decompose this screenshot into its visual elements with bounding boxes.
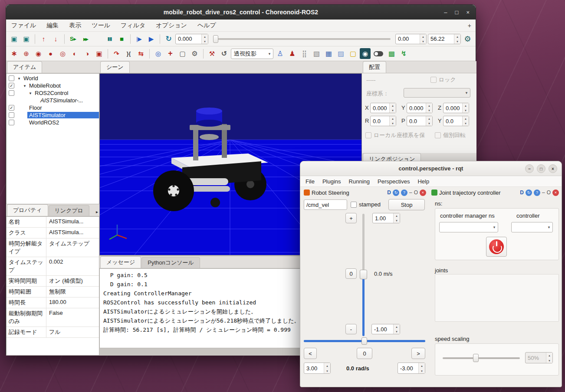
speed-scaling-spinbox[interactable]: 50% ▴▾ — [525, 352, 553, 363]
rqt-titlebar[interactable]: control.perspective - rqt – □ × — [300, 161, 562, 176]
tab-placement[interactable]: 配置 — [363, 61, 386, 73]
time-slider[interactable] — [213, 34, 391, 44]
x-position-spinbox[interactable]: 0.000 ▴▾ — [370, 103, 396, 113]
actual-pose-icon[interactable]: ● — [45, 48, 56, 59]
spin-up-icon[interactable]: ▴ — [454, 34, 460, 39]
menu-running[interactable]: Running — [349, 178, 370, 185]
camera-pan-icon[interactable]: + — [165, 48, 176, 59]
menu-tools[interactable]: ツール — [92, 22, 110, 29]
reload-icon[interactable]: ↻ — [393, 189, 399, 196]
roll-spinbox[interactable]: 0.0 ▴▾ — [370, 116, 396, 126]
spin-up-icon[interactable]: ▴ — [394, 324, 400, 329]
start-simulation-icon[interactable]: S▸ — [68, 33, 79, 44]
time-slider-handle[interactable] — [213, 35, 218, 43]
expander-icon[interactable]: ▾ — [16, 76, 22, 81]
individual-rotation-checkbox[interactable]: 個別回転 — [435, 131, 466, 139]
ik-mode-icon[interactable]: ⇆ — [135, 48, 146, 59]
menu-file[interactable]: ファイル — [11, 22, 36, 29]
spin-up-icon[interactable]: ▴ — [426, 103, 432, 108]
stop-button[interactable]: Stop — [388, 199, 425, 210]
expander-icon[interactable]: ▾ — [22, 84, 27, 88]
play-playback-icon[interactable]: ▶ — [146, 33, 157, 44]
joints-list[interactable] — [435, 274, 559, 322]
stop-simulation-icon[interactable]: ■ — [116, 33, 127, 44]
speed-slider-handle[interactable] — [473, 354, 479, 362]
time-config-icon[interactable]: ⚙ — [462, 33, 473, 44]
light-blue-cube-icon[interactable]: ▨ — [335, 48, 346, 59]
angular-zero-button[interactable]: 0 — [357, 348, 372, 359]
angular-slider-handle[interactable] — [361, 337, 367, 345]
local-coordinates-checkbox[interactable]: ローカル座標系を保 — [365, 131, 425, 139]
property-row[interactable]: 能動制御期間のみFalse — [7, 308, 99, 327]
y-position-spinbox[interactable]: 0.000 ▴▾ — [407, 103, 433, 113]
pause-simulation-icon[interactable] — [92, 33, 103, 44]
yellow-cube-icon[interactable]: ▢ — [348, 48, 358, 59]
pause-simulation-icon[interactable]: ▮▮ — [104, 33, 115, 44]
angular-max-spinbox[interactable]: 3.00 ▴▾ — [304, 363, 331, 374]
item-checkbox[interactable] — [9, 120, 14, 125]
spin-down-icon[interactable]: ▾ — [463, 121, 469, 126]
stamped-checkbox[interactable]: stamped — [351, 201, 381, 208]
view-rotate-icon[interactable]: ↺ — [219, 48, 230, 59]
pitch-spinbox[interactable]: 0.0 ▴▾ — [407, 116, 433, 126]
collision-visual-icon[interactable]: ♙ — [275, 48, 286, 59]
end-time-spinbox[interactable]: 56.22 ▴▾ — [428, 34, 461, 44]
tree-item-ros2control[interactable]: ▾ ROS2Control — [7, 89, 99, 97]
display-toggle-icon[interactable] — [374, 51, 383, 56]
spin-down-icon[interactable]: ▾ — [419, 368, 425, 373]
minimize-button[interactable]: – — [444, 9, 447, 16]
item-checkbox[interactable] — [9, 75, 14, 81]
property-table[interactable]: 名前AISTSimula... クラスAISTSimula... 時間分解能タイ… — [6, 216, 99, 356]
spin-down-icon[interactable]: ▾ — [546, 358, 552, 363]
close-button[interactable]: × — [549, 164, 557, 173]
tab-scene[interactable]: シーン — [100, 61, 130, 73]
save-world-icon[interactable]: ▣ — [21, 33, 32, 44]
spin-down-icon[interactable]: ▾ — [390, 121, 396, 126]
property-row[interactable]: タイムステップ0.002 — [7, 257, 99, 276]
spin-up-icon[interactable]: ▴ — [463, 103, 469, 108]
current-time-spinbox[interactable]: 0.00 ▴▾ — [395, 34, 427, 44]
help-icon[interactable]: ? — [401, 189, 407, 196]
speed-scaling-slider[interactable] — [443, 357, 520, 359]
spin-up-icon[interactable]: ▴ — [546, 353, 552, 358]
property-row[interactable]: クラスAISTSimula... — [7, 228, 99, 238]
save-icon[interactable]: ▣ — [9, 33, 20, 44]
topic-input[interactable]: /cmd_vel — [304, 199, 347, 210]
spin-up-icon[interactable]: ▴ — [463, 116, 469, 121]
restore-position-icon[interactable]: ∗ — [9, 48, 20, 59]
robot-steering-dock-header[interactable]: Robot Steering D ↻ ? – O × — [304, 188, 426, 197]
tree-item-floor[interactable]: ✓ Floor — [7, 104, 99, 111]
scene-edit-icon[interactable]: ◎ — [153, 48, 164, 59]
green-cube-icon[interactable]: ▩ — [386, 48, 397, 59]
spin-up-icon[interactable]: ▴ — [420, 34, 426, 39]
time-sync-icon[interactable]: ↻ — [163, 33, 174, 44]
reload-body-icon[interactable]: ↑ — [38, 33, 49, 44]
menu-overflow-button[interactable]: + — [468, 22, 471, 29]
spin-up-icon[interactable]: ▴ — [390, 116, 396, 121]
stance-icon[interactable]: ▣ — [94, 48, 105, 59]
lightning-icon[interactable]: ↯ — [398, 48, 409, 59]
detach-icon[interactable]: D — [520, 189, 524, 196]
property-row[interactable]: 記録モードフル — [7, 327, 99, 338]
minimize-button[interactable]: – — [525, 164, 534, 173]
preset-kinematics-icon[interactable]: }{ — [123, 48, 134, 59]
wrench-icon[interactable]: ⚒ — [207, 48, 217, 59]
property-row[interactable]: 時間範囲無制限 — [7, 287, 99, 297]
z-position-spinbox[interactable]: 0.000 ▴▾ — [443, 103, 469, 113]
tree-item-mobilerobot[interactable]: ✓ ▾ MobileRobot — [7, 82, 99, 89]
linear-increase-button[interactable]: + — [345, 213, 357, 223]
controller-combobox[interactable]: ▾ — [511, 222, 553, 232]
item-checkbox[interactable]: ✓ — [9, 105, 14, 111]
cm-projection-icon[interactable]: ◐ — [69, 48, 80, 59]
spin-down-icon[interactable]: ▾ — [390, 108, 396, 113]
spin-down-icon[interactable]: ▾ — [394, 218, 400, 223]
angular-left-button[interactable]: < — [304, 348, 317, 359]
detach-icon[interactable]: D — [387, 189, 391, 196]
tab-scroll-right-icon[interactable]: ▸ — [96, 209, 99, 216]
standard-pose-icon[interactable]: ◎ — [57, 48, 68, 59]
tree-item-aistsimulator-sub[interactable]: AISTSimulator-... — [7, 97, 99, 104]
tree-item-aistsimulator[interactable]: AISTSimulator — [7, 111, 99, 119]
tab-items[interactable]: アイテム — [7, 61, 42, 73]
linear-slider-handle[interactable] — [360, 270, 367, 279]
minimize-dock-icon[interactable]: – — [409, 189, 412, 196]
